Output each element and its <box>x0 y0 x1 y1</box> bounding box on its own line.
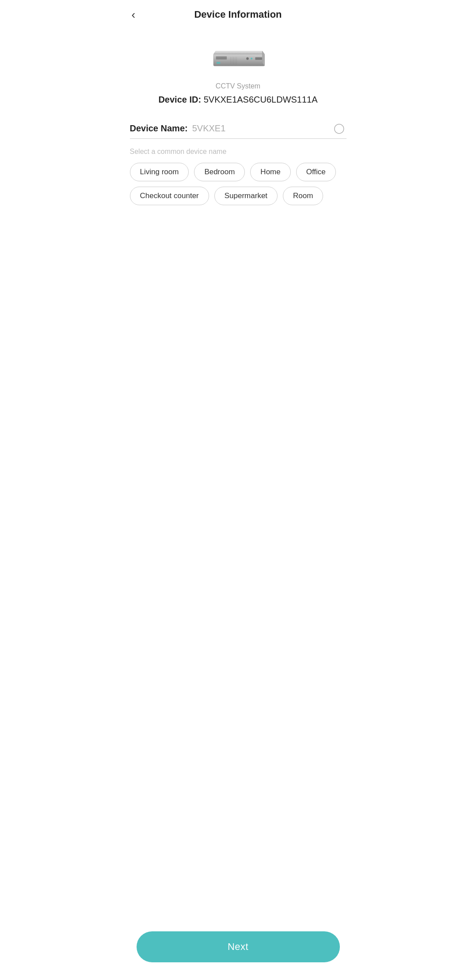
header: ‹ Device Information <box>119 0 357 25</box>
device-image-container <box>119 25 357 82</box>
chip-living-room[interactable]: Living room <box>130 163 189 181</box>
svg-rect-3 <box>216 57 226 60</box>
device-id-value: 5VKXE1AS6CU6LDWS111A <box>204 95 318 104</box>
chip-room[interactable]: Room <box>283 187 323 205</box>
clear-input-button[interactable]: ◯ <box>332 122 347 134</box>
device-id-row: Device ID: 5VKXE1AS6CU6LDWS111A <box>119 95 357 105</box>
page-title: Device Information <box>194 9 282 20</box>
device-name-row: Device Name: ◯ <box>130 122 347 139</box>
svg-point-5 <box>251 57 252 59</box>
chip-checkout-counter[interactable]: Checkout counter <box>130 187 209 205</box>
svg-rect-6 <box>255 57 262 60</box>
chip-office[interactable]: Office <box>296 163 336 181</box>
svg-rect-0 <box>213 54 265 66</box>
back-button[interactable]: ‹ <box>130 7 137 22</box>
chip-bedroom[interactable]: Bedroom <box>194 163 245 181</box>
chip-home[interactable]: Home <box>250 163 290 181</box>
svg-rect-12 <box>217 62 220 64</box>
device-id-label: Device ID: <box>158 95 201 104</box>
device-image <box>207 42 269 73</box>
device-type: CCTV System <box>119 82 357 90</box>
svg-point-4 <box>246 57 249 60</box>
chips-container: Living room Bedroom Home Office Checkout… <box>130 163 347 205</box>
common-names-section: Select a common device name Living room … <box>119 148 357 205</box>
device-name-label: Device Name: <box>130 123 188 134</box>
svg-marker-1 <box>213 51 265 54</box>
common-names-hint: Select a common device name <box>130 148 347 156</box>
chip-supermarket[interactable]: Supermarket <box>214 187 278 205</box>
device-name-section: Device Name: ◯ <box>119 122 357 139</box>
device-name-input[interactable] <box>192 123 332 134</box>
